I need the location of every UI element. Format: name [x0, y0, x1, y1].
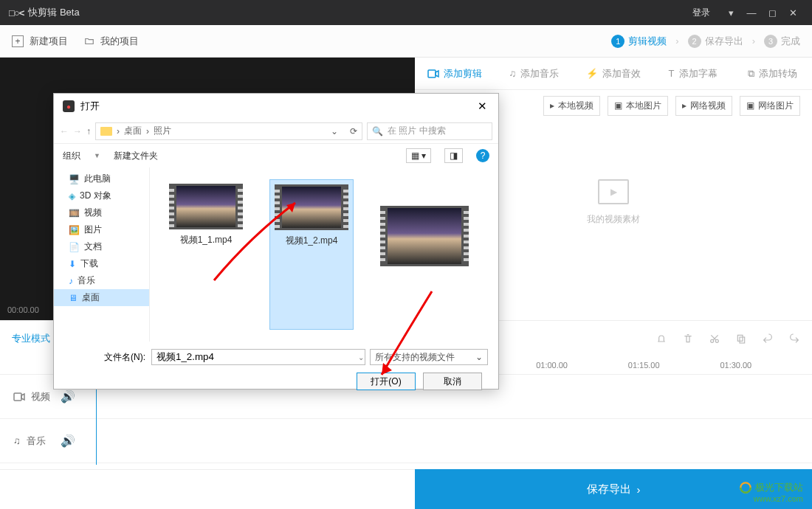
nav-up-icon[interactable]: ↑	[86, 126, 91, 136]
mute-music-button[interactable]: 🔊	[61, 434, 90, 448]
svg-rect-3	[737, 335, 743, 341]
file-type-select[interactable]: 所有支持的视频文件⌄	[370, 349, 488, 365]
tree-documents[interactable]: 📄文档	[54, 238, 149, 255]
new-folder-button[interactable]: 新建文件夹	[114, 150, 158, 162]
bell-icon[interactable]	[656, 333, 667, 344]
music-icon: ♪	[69, 276, 73, 286]
tree-music[interactable]: ♪音乐	[54, 272, 149, 289]
toolbar: + 新建项目 我的项目 1剪辑视频 › 2保存导出 › 3完成	[0, 25, 812, 58]
music-icon: ♫	[509, 68, 517, 79]
minimize-icon[interactable]: —	[741, 5, 762, 20]
titlebar: □○< 快剪辑 Beta 登录 ▾ — ◻ ✕	[0, 0, 812, 25]
cube-icon: ◈	[69, 191, 75, 201]
svg-rect-5	[14, 393, 21, 401]
tab-add-clip[interactable]: 添加剪辑	[415, 67, 495, 80]
chevron-right-icon: ›	[146, 126, 149, 136]
track-video-label: 视频	[0, 390, 61, 404]
image-icon: ▣	[746, 100, 754, 111]
text-icon: T	[669, 68, 675, 79]
filename-label: 文件名(N):	[64, 351, 145, 364]
local-video-button[interactable]: ▸本地视频	[543, 96, 600, 116]
plus-icon: +	[12, 35, 24, 47]
file-item[interactable]: 视频1_1.mp4	[165, 179, 247, 330]
camera-icon	[13, 392, 25, 401]
file-list[interactable]: 视频1_1.mp4 视频1_2.mp4	[150, 167, 498, 342]
nav-forward-icon[interactable]: →	[73, 126, 82, 136]
search-icon: 🔍	[372, 126, 383, 136]
time-current: 00:00.00	[7, 305, 39, 314]
logo-icon	[739, 481, 752, 494]
placeholder-icon: ▶	[598, 179, 629, 204]
tree-downloads[interactable]: ⬇下载	[54, 255, 149, 272]
maximize-icon[interactable]: ◻	[762, 5, 782, 20]
redo-icon[interactable]	[788, 333, 800, 344]
net-video-button[interactable]: ▸网络视频	[675, 96, 732, 116]
undo-icon[interactable]	[762, 333, 774, 344]
local-image-button[interactable]: ▣本地图片	[608, 96, 668, 116]
dropdown-icon[interactable]: ▾	[720, 5, 741, 20]
dialog-close-icon[interactable]: ✕	[475, 100, 489, 113]
trash-icon[interactable]	[682, 333, 694, 344]
view-mode-button[interactable]: ▦ ▾	[406, 148, 431, 163]
tree-3d-objects[interactable]: ◈3D 对象	[54, 187, 149, 204]
app-icon: ●	[63, 100, 75, 112]
tree-videos[interactable]: 🎞️视频	[54, 204, 149, 221]
chevron-right-icon: ›	[752, 35, 755, 46]
pc-icon: 🖥️	[69, 174, 80, 184]
cancel-button[interactable]: 取消	[423, 373, 482, 390]
filename-input[interactable]	[151, 349, 365, 365]
download-icon: ⬇	[69, 259, 76, 269]
copy-icon[interactable]	[735, 333, 747, 344]
image-icon: 🖼️	[69, 225, 80, 235]
folder-tree[interactable]: 🖥️此电脑 ◈3D 对象 🎞️视频 🖼️图片 📄文档 ⬇下载 ♪音乐 🖥桌面	[54, 167, 150, 342]
transition-icon: ⧉	[748, 68, 754, 80]
folder-icon	[100, 127, 112, 136]
tree-desktop[interactable]: 🖥桌面	[54, 289, 149, 306]
step-export[interactable]: 2保存导出	[688, 35, 743, 48]
open-button[interactable]: 打开(O)	[357, 373, 416, 390]
desktop-icon: 🖥	[69, 293, 78, 303]
search-input[interactable]: 🔍 在 照片 中搜索	[367, 122, 492, 140]
track-music-body[interactable]	[90, 419, 812, 463]
tab-add-sfx[interactable]: ⚡添加音效	[574, 67, 653, 80]
footer: 保存导出›	[0, 469, 812, 509]
watermark: 极光下载站 www.xz7.com	[739, 481, 803, 503]
preview-pane-button[interactable]: ◨	[444, 148, 463, 163]
tab-add-subtitle[interactable]: T添加字幕	[653, 67, 733, 80]
my-projects-button[interactable]: 我的项目	[84, 35, 139, 48]
chevron-right-icon: ›	[637, 483, 641, 496]
file-name: 视频1_1.mp4	[180, 234, 233, 246]
play-icon: ▸	[550, 100, 554, 111]
panel-tabs: 添加剪辑 ♫添加音乐 ⚡添加音效 T添加字幕 ⧉添加转场	[415, 58, 812, 90]
tree-pictures[interactable]: 🖼️图片	[54, 221, 149, 238]
file-preview	[376, 201, 473, 330]
address-bar[interactable]: › 桌面 › 照片 ⌄ ⟳	[95, 122, 362, 140]
nav-back-icon[interactable]: ←	[60, 126, 69, 136]
help-icon[interactable]: ?	[476, 149, 489, 162]
video-thumbnail	[275, 184, 348, 230]
login-button[interactable]: 登录	[692, 7, 710, 19]
organize-menu[interactable]: 组织	[63, 150, 80, 162]
file-item-selected[interactable]: 视频1_2.mp4	[269, 179, 354, 330]
net-image-button[interactable]: ▣网络图片	[740, 96, 800, 116]
placeholder-text: 我的视频素材	[587, 213, 640, 226]
video-icon: 🎞️	[69, 208, 80, 218]
tab-add-transition[interactable]: ⧉添加转场	[732, 67, 812, 80]
tab-add-music[interactable]: ♫添加音乐	[495, 67, 574, 80]
refresh-icon[interactable]: ⟳	[350, 126, 357, 136]
chevron-right-icon: ›	[117, 126, 120, 136]
tree-this-pc[interactable]: 🖥️此电脑	[54, 170, 149, 187]
track-music-label: ♫ 音乐	[0, 434, 61, 448]
step-edit[interactable]: 1剪辑视频	[611, 35, 667, 48]
cut-icon[interactable]	[709, 333, 720, 344]
svg-rect-4	[740, 337, 745, 343]
document-icon: 📄	[69, 242, 80, 252]
pro-mode-toggle[interactable]: 专业模式	[12, 332, 50, 345]
new-project-button[interactable]: + 新建项目	[12, 35, 68, 48]
image-icon: ▣	[614, 100, 622, 111]
close-icon[interactable]: ✕	[782, 5, 803, 20]
chevron-down-icon[interactable]: ⌄	[358, 353, 364, 361]
step-done[interactable]: 3完成	[764, 35, 800, 48]
chevron-down-icon[interactable]: ⌄	[331, 126, 338, 136]
chevron-right-icon: ›	[675, 35, 678, 46]
